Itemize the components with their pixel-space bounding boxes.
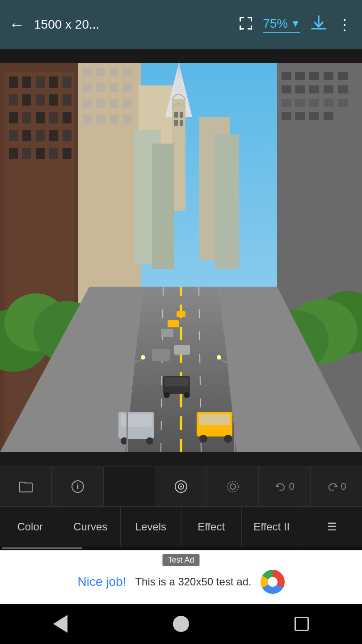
svg-point-135 bbox=[180, 486, 182, 487]
svg-rect-28 bbox=[36, 130, 45, 141]
svg-rect-121 bbox=[174, 345, 190, 355]
scroll-bar bbox=[2, 547, 82, 549]
info-button[interactable]: i bbox=[52, 466, 104, 506]
svg-rect-52 bbox=[123, 114, 132, 123]
target-button[interactable] bbox=[155, 466, 207, 506]
svg-rect-71 bbox=[309, 112, 319, 120]
ad-description: This is a 320x50 test ad. bbox=[135, 576, 251, 588]
svg-point-111 bbox=[224, 435, 232, 443]
svg-rect-3 bbox=[251, 17, 252, 21]
svg-rect-16 bbox=[9, 94, 18, 106]
recents-nav-button[interactable] bbox=[288, 610, 315, 637]
back-nav-icon bbox=[53, 615, 67, 633]
svg-text:i: i bbox=[76, 482, 79, 491]
svg-rect-32 bbox=[22, 148, 31, 159]
home-nav-icon bbox=[173, 616, 189, 632]
redo-button[interactable]: 0 bbox=[311, 466, 362, 506]
svg-rect-24 bbox=[49, 112, 58, 123]
scroll-indicator bbox=[0, 547, 362, 550]
svg-rect-54 bbox=[282, 72, 291, 80]
svg-rect-78 bbox=[174, 112, 178, 118]
svg-rect-49 bbox=[83, 114, 92, 123]
svg-rect-70 bbox=[295, 112, 305, 120]
menu-tool-button[interactable]: ☰ bbox=[302, 506, 362, 547]
top-bar-right: 75% ▼ ⋮ bbox=[238, 13, 353, 36]
svg-rect-43 bbox=[109, 83, 118, 92]
svg-rect-14 bbox=[49, 76, 58, 88]
svg-rect-122 bbox=[161, 329, 173, 337]
zoom-selector[interactable]: 75% ▼ bbox=[263, 17, 300, 33]
svg-rect-13 bbox=[36, 76, 45, 88]
svg-point-118 bbox=[164, 392, 170, 398]
levels-tool-button[interactable]: Levels bbox=[121, 506, 181, 547]
top-bar-left: ← 1500 x 20... bbox=[9, 15, 99, 34]
adjust-button[interactable] bbox=[207, 466, 259, 506]
ad-nice-text: Nice job! bbox=[77, 575, 126, 589]
svg-rect-113 bbox=[121, 414, 152, 427]
svg-rect-57 bbox=[324, 72, 333, 80]
undo-count: 0 bbox=[289, 481, 294, 492]
nav-bar bbox=[0, 604, 362, 644]
svg-rect-25 bbox=[63, 112, 72, 123]
undo-button[interactable]: 0 bbox=[259, 466, 311, 506]
svg-rect-34 bbox=[49, 148, 58, 159]
home-nav-button[interactable] bbox=[168, 610, 194, 637]
curves-tool-button[interactable]: Curves bbox=[60, 506, 121, 547]
svg-rect-63 bbox=[338, 85, 348, 93]
svg-point-119 bbox=[184, 392, 190, 398]
more-options-button[interactable]: ⋮ bbox=[337, 16, 353, 34]
svg-rect-39 bbox=[109, 68, 118, 76]
back-nav-button[interactable] bbox=[47, 610, 74, 637]
svg-rect-124 bbox=[177, 311, 185, 317]
svg-rect-84 bbox=[152, 144, 174, 269]
svg-rect-120 bbox=[152, 349, 170, 361]
svg-rect-69 bbox=[282, 112, 291, 120]
svg-point-110 bbox=[199, 435, 207, 443]
effect2-tool-button[interactable]: Effect II bbox=[242, 506, 302, 547]
svg-rect-58 bbox=[338, 72, 348, 80]
svg-point-127 bbox=[141, 355, 145, 360]
svg-point-115 bbox=[146, 437, 153, 445]
svg-rect-117 bbox=[164, 377, 189, 386]
svg-point-130 bbox=[217, 355, 221, 360]
svg-rect-45 bbox=[83, 99, 92, 108]
tool-labels-row: Color Curves Levels Effect Effect II ☰ bbox=[0, 506, 362, 547]
download-button[interactable] bbox=[309, 13, 328, 36]
svg-rect-56 bbox=[309, 72, 319, 80]
svg-rect-37 bbox=[83, 68, 92, 76]
svg-point-136 bbox=[227, 481, 238, 492]
svg-rect-40 bbox=[123, 68, 132, 76]
svg-rect-30 bbox=[63, 130, 72, 141]
ad-logo bbox=[261, 570, 285, 594]
svg-rect-109 bbox=[199, 414, 230, 425]
fullscreen-icon[interactable] bbox=[238, 15, 254, 34]
svg-rect-55 bbox=[295, 72, 305, 80]
svg-rect-68 bbox=[338, 99, 348, 107]
svg-rect-38 bbox=[96, 68, 105, 76]
svg-rect-50 bbox=[96, 114, 105, 123]
image-area bbox=[0, 49, 362, 466]
ad-label: Test Ad bbox=[162, 554, 199, 566]
svg-rect-12 bbox=[22, 76, 31, 88]
svg-rect-7 bbox=[251, 25, 252, 30]
redo-count: 0 bbox=[341, 481, 346, 492]
svg-rect-85 bbox=[215, 135, 239, 269]
svg-rect-47 bbox=[109, 99, 118, 108]
image-title: 1500 x 20... bbox=[34, 17, 99, 32]
svg-rect-33 bbox=[36, 148, 45, 159]
back-button[interactable]: ← bbox=[9, 15, 25, 34]
zoom-value: 75% bbox=[263, 17, 288, 31]
svg-point-137 bbox=[230, 484, 236, 489]
svg-rect-51 bbox=[109, 114, 118, 123]
folder-button[interactable] bbox=[0, 466, 52, 506]
spacer-1 bbox=[104, 466, 155, 506]
ad-bar[interactable]: Test Ad Nice job! This is a 320x50 test … bbox=[0, 550, 362, 604]
recents-nav-icon bbox=[295, 617, 309, 631]
hamburger-icon: ☰ bbox=[327, 521, 337, 533]
color-tool-button[interactable]: Color bbox=[0, 506, 60, 547]
bottom-toolbar: i bbox=[0, 466, 362, 550]
svg-rect-41 bbox=[83, 83, 92, 92]
svg-rect-31 bbox=[9, 148, 18, 159]
effect-tool-button[interactable]: Effect bbox=[181, 506, 242, 547]
svg-rect-27 bbox=[22, 130, 31, 141]
